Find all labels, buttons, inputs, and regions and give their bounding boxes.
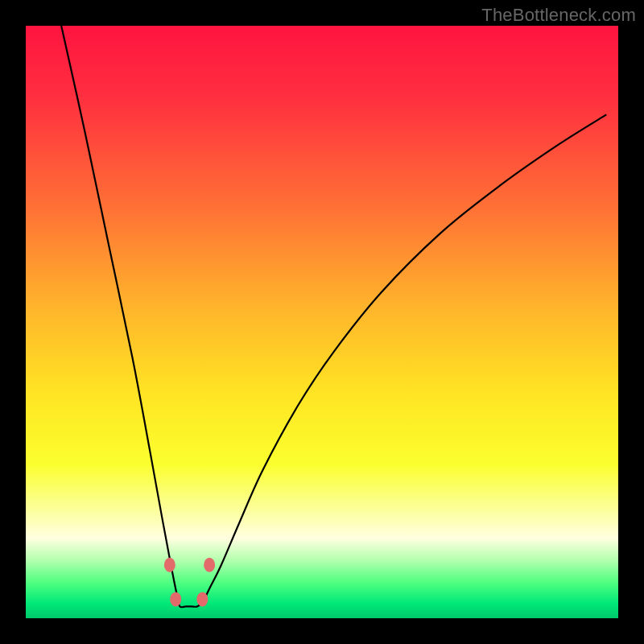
watermark-text: TheBottleneck.com <box>481 5 636 26</box>
curve-marker <box>204 558 215 572</box>
plot-background-gradient <box>26 26 618 618</box>
curve-marker <box>196 592 208 606</box>
curve-marker <box>170 592 181 606</box>
bottleneck-chart <box>0 0 644 644</box>
curve-marker <box>164 558 175 572</box>
chart-container: { "watermark": "TheBottleneck.com", "cha… <box>0 0 644 644</box>
